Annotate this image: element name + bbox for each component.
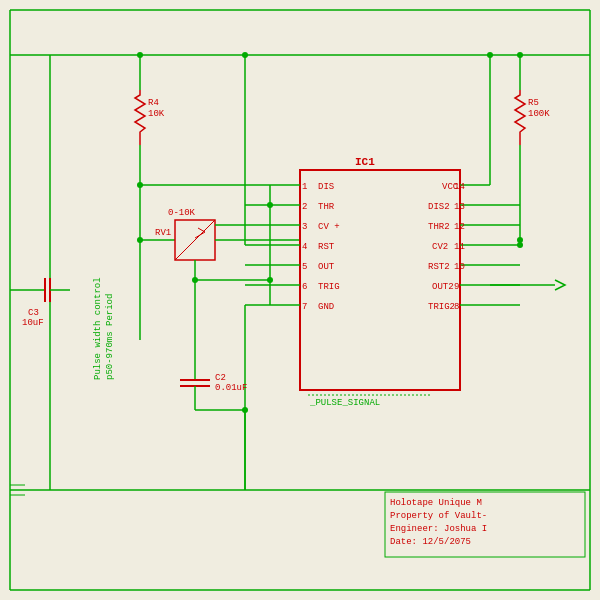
rv1-label: RV1 — [155, 228, 171, 238]
junction-vcc — [487, 52, 493, 58]
ic1-pin2-num: 2 — [302, 202, 307, 212]
ic1-pin5-name: OUT — [318, 262, 335, 272]
ic1-pin5-num: 5 — [302, 262, 307, 272]
pwm-label: Pulse width control — [93, 277, 103, 380]
info-line2: Property of Vault- — [390, 511, 487, 521]
ic1-pin3-name: CV + — [318, 222, 340, 232]
ic1-pin1-name: DIS — [318, 182, 334, 192]
ic1-pin7-num: 7 — [302, 302, 307, 312]
junction-r5-top — [517, 52, 523, 58]
c2-label: C2 — [215, 373, 226, 383]
info-line4: Date: 12/5/2075 — [390, 537, 471, 547]
ic1-pin10-name: RST2 — [428, 262, 450, 272]
ic1-pin8-num: 8 — [454, 302, 459, 312]
ic1-pin9-name: OUT2 — [432, 282, 454, 292]
ic1-pin12-name: THR2 — [428, 222, 450, 232]
r5-value: 100K — [528, 109, 550, 119]
ic1-pin13-num: 13 — [454, 202, 465, 212]
ic1-pin1-num: 1 — [302, 182, 307, 192]
junction-rv1 — [137, 237, 143, 243]
c3-value: 10uF — [22, 318, 44, 328]
c2-value: 0.01uF — [215, 383, 247, 393]
ic1-pin6-name: TRIG — [318, 282, 340, 292]
r4-value: 10K — [148, 109, 165, 119]
info-line3: Engineer: Joshua I — [390, 524, 487, 534]
junction-r4-top — [137, 52, 143, 58]
ic1-pin8-name: TRIG2 — [428, 302, 455, 312]
junction-thr — [267, 277, 273, 283]
pulse-signal-label: _PULSE_SIGNAL — [309, 398, 380, 408]
ic1-pin11-num: 11 — [454, 242, 465, 252]
ic1-pin7-name: GND — [318, 302, 334, 312]
c3-label: C3 — [28, 308, 39, 318]
r5-label: R5 — [528, 98, 539, 108]
schematic-diagram: R4 10K R5 100K C3 10uF RV1 0-10K IC1 1 D… — [0, 0, 600, 600]
junction-c2-thr — [192, 277, 198, 283]
junction-rst-top — [242, 52, 248, 58]
ic1-pin2-name: THR — [318, 202, 335, 212]
ic1-pin9-num: 9 — [454, 282, 459, 292]
ic1-pin4-num: 4 — [302, 242, 307, 252]
junction-right-245 — [517, 242, 523, 248]
junction-205 — [267, 202, 273, 208]
ic1-label: IC1 — [355, 156, 375, 168]
ic1-pin12-num: 12 — [454, 222, 465, 232]
pwm-range: p50-970ms Period — [105, 294, 115, 380]
info-line1: Holotape Unique M — [390, 498, 482, 508]
ic1-pin13-name: DIS2 — [428, 202, 450, 212]
ic1-pin11-name: CV2 — [432, 242, 448, 252]
ic1-pin10-num: 10 — [454, 262, 465, 272]
junction-r4-mid — [137, 182, 143, 188]
ic1-pin6-num: 6 — [302, 282, 307, 292]
rv1-value: 0-10K — [168, 208, 196, 218]
ic1-pin4-name: RST — [318, 242, 335, 252]
r4-label: R4 — [148, 98, 159, 108]
ic1-pin14-num: 14 — [454, 182, 465, 192]
ic1-pin3-num: 3 — [302, 222, 307, 232]
